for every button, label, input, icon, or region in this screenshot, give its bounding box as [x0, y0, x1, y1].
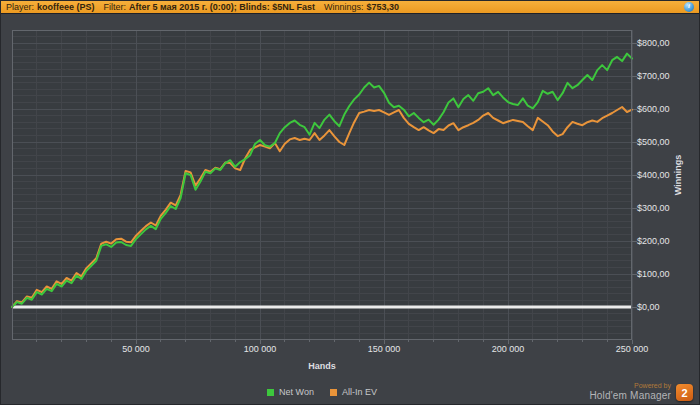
holdem-manager-branding: Powered by Hold'em Manager 2 — [589, 382, 693, 401]
header-filter: Filter: After 5 мая 2015 г. (0:00); Blin… — [104, 2, 316, 12]
filter-label: Filter: — [104, 2, 127, 12]
header-winnings: Winnings: $753,30 — [324, 2, 399, 12]
winnings-graph — [0, 0, 700, 405]
app-name-label: Hold'em Manager — [589, 391, 671, 401]
filter-value: After 5 мая 2015 г. (0:00); Blinds: $5NL… — [129, 2, 315, 12]
winnings-label: Winnings: — [324, 2, 364, 12]
info-icon[interactable]: i — [684, 2, 694, 12]
header-player: Player: kooffeee (PS) — [6, 2, 95, 12]
powered-by-label: Powered by — [634, 382, 671, 389]
branding-text: Powered by Hold'em Manager — [589, 382, 671, 401]
header-bar: Player: kooffeee (PS) Filter: After 5 ма… — [0, 0, 700, 14]
winnings-value: $753,30 — [367, 2, 400, 12]
hm2-badge-icon: 2 — [676, 384, 693, 401]
player-value: kooffeee (PS) — [37, 2, 95, 12]
player-label: Player: — [6, 2, 34, 12]
